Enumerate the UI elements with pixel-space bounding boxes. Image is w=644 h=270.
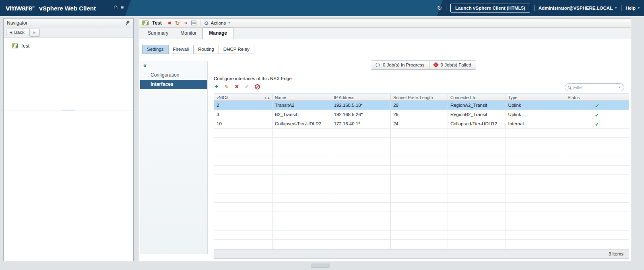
disable-icon[interactable]	[255, 84, 260, 89]
empty-cell	[272, 166, 332, 174]
empty-cell	[272, 156, 332, 165]
empty-cell	[565, 129, 629, 137]
empty-cell	[448, 184, 506, 193]
cell-prefix: 24	[391, 119, 448, 128]
table-header-row: vNIC# 1 ▲ Name IP Address Subnet Prefix …	[214, 93, 629, 101]
filter-input[interactable]	[573, 85, 613, 90]
empty-cell	[448, 193, 506, 202]
jobs-in-progress-label: 0 Job(s) In Progress	[383, 62, 425, 67]
launch-vsphere-client-button[interactable]: Launch vSphere Client (HTML5)	[450, 4, 530, 12]
splitter-grip	[62, 110, 75, 111]
edit-interface-icon[interactable]: ✎	[224, 84, 229, 89]
cell-vnic: 3	[214, 110, 272, 119]
toolbar-divider	[200, 20, 200, 26]
filter-box[interactable]: ▼	[565, 83, 624, 91]
sidenav-item-interfaces[interactable]: Interfaces	[140, 80, 207, 89]
empty-cell	[391, 147, 448, 156]
empty-cell	[448, 156, 506, 165]
tab-monitor[interactable]: Monitor	[174, 28, 202, 39]
column-header-subnet-prefix-length[interactable]: Subnet Prefix Length	[391, 94, 448, 100]
cell-type: Uplink	[506, 101, 566, 110]
tab-manage[interactable]: Manage	[202, 27, 233, 39]
empty-cell	[331, 147, 391, 156]
empty-cell	[331, 129, 391, 137]
product-name: vSphere Web Client	[39, 5, 96, 12]
collapse-sidenav-icon[interactable]: «	[143, 62, 147, 69]
table-row[interactable]: 10 Collapsed-Tier-UDLR2 172.16.40.1* 24 …	[214, 119, 629, 129]
empty-cell	[391, 221, 448, 230]
empty-cell	[448, 129, 506, 137]
empty-cell	[272, 193, 332, 202]
empty-cell	[448, 147, 506, 156]
filter-dropdown-icon[interactable]: ▼	[616, 86, 621, 89]
jobs-failed-icon: !	[433, 62, 438, 68]
gear-icon: ⚙	[204, 20, 209, 26]
main-tabstrip: Summary Monitor Manage	[139, 28, 631, 39]
column-header-connected-to[interactable]: Connected To	[448, 94, 506, 100]
search-icon	[568, 86, 571, 89]
nsx-edge-icon	[12, 44, 18, 48]
empty-cell	[506, 231, 566, 239]
menu-icon[interactable]: ≡	[121, 4, 124, 10]
delete-interface-icon[interactable]: ✖	[235, 84, 239, 89]
navigator-tree: Test	[4, 38, 133, 50]
empty-cell	[448, 166, 506, 174]
empty-cell	[272, 129, 332, 137]
pin-icon[interactable]	[124, 19, 131, 27]
user-menu[interactable]: Administrator@VSPHERE.LOCAL ▼	[539, 6, 617, 10]
cell-name: TransitA2	[272, 101, 332, 110]
header-divider	[621, 5, 621, 11]
column-header-type[interactable]: Type	[506, 94, 566, 100]
empty-cell	[565, 156, 629, 165]
accept-icon[interactable]: ✔	[245, 84, 249, 89]
empty-cell	[272, 212, 332, 221]
subtab-firewall[interactable]: Firewall	[168, 45, 194, 54]
help-menu[interactable]: Help ▼	[625, 6, 640, 10]
table-body: 2 TransitA2 192.168.5.18* 29 RegionA2_Tr…	[214, 101, 629, 249]
add-interface-icon[interactable]: +	[215, 83, 218, 90]
table-row[interactable]: 3 B2_Transit 192.168.5.26* 29 RegionB2_T…	[214, 110, 629, 119]
console-icon[interactable]	[191, 21, 196, 25]
subtab-dhcp-relay[interactable]: DHCP Relay	[219, 45, 254, 54]
navigator-titlebar: Navigator	[4, 19, 133, 27]
empty-cell	[391, 184, 448, 193]
empty-cell	[448, 175, 506, 184]
tab-summary[interactable]: Summary	[142, 28, 174, 39]
empty-cell	[331, 166, 391, 174]
table-row[interactable]: 2 TransitA2 192.168.5.18* 29 RegionA2_Tr…	[214, 101, 629, 110]
empty-cell	[272, 147, 332, 156]
jobs-in-progress-badge[interactable]: 0 Job(s) In Progress	[371, 60, 429, 70]
empty-cell	[331, 212, 391, 221]
column-header-name[interactable]: Name	[272, 94, 332, 100]
empty-cell	[214, 193, 272, 202]
back-button[interactable]: ◀ Back	[6, 29, 30, 36]
interfaces-table: vNIC# 1 ▲ Name IP Address Subnet Prefix …	[214, 93, 629, 259]
tree-item-label: Test	[21, 43, 29, 49]
jobs-failed-badge[interactable]: ! 0 Job(s) Failed	[429, 60, 476, 70]
subtab-settings[interactable]: Settings	[142, 45, 169, 54]
column-header-ip-address[interactable]: IP Address	[331, 94, 391, 100]
interfaces-description: Configure interfaces of this NSX Edge.	[214, 76, 293, 81]
table-empty-row	[214, 184, 629, 193]
redeploy-arrow-icon[interactable]: ➜	[184, 21, 188, 25]
sort-order-number: 1	[264, 96, 266, 100]
jobs-spinner-icon	[376, 63, 380, 67]
forward-button[interactable]: ▶	[30, 29, 40, 37]
home-icon[interactable]: ⌂	[114, 3, 118, 11]
cell-type: Uplink	[506, 110, 566, 119]
delete-object-icon[interactable]: ✖	[168, 21, 171, 25]
column-header-status[interactable]: Status	[565, 94, 629, 100]
redeploy-refresh-icon[interactable]: ↻	[175, 20, 180, 26]
empty-cell	[214, 231, 272, 239]
column-header-vnic[interactable]: vNIC# 1 ▲	[214, 94, 272, 100]
tree-item-test[interactable]: Test	[4, 42, 133, 50]
sidenav-item-configuration[interactable]: Configuration	[140, 71, 207, 80]
refresh-icon[interactable]: ↻	[437, 4, 442, 12]
cell-connected-to: RegionA2_Transit	[448, 101, 506, 110]
subtab-routing[interactable]: Routing	[193, 45, 219, 54]
navigator-splitter[interactable]	[4, 110, 133, 111]
empty-cell	[565, 166, 629, 174]
recent-tasks-handle[interactable]	[311, 264, 330, 268]
cell-name: B2_Transit	[272, 110, 332, 119]
actions-menu[interactable]: ⚙ Actions ▼	[204, 20, 230, 26]
